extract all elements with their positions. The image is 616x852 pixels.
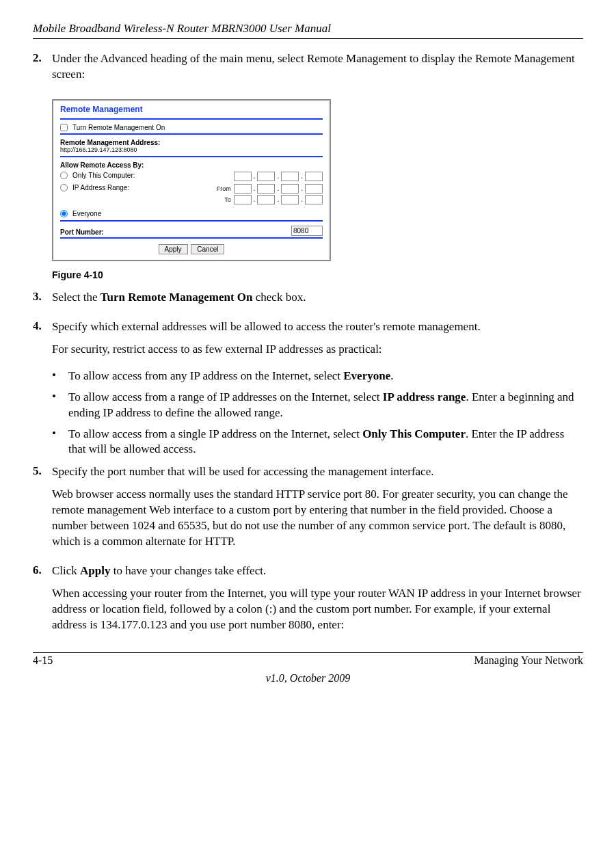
- ip-octet-input[interactable]: [281, 184, 299, 194]
- panel-divider: [60, 133, 323, 135]
- panel-divider: [60, 237, 323, 239]
- text-span: check box.: [253, 291, 306, 304]
- step-6: 6. Click Apply to have your changes take…: [33, 563, 583, 640]
- ip-octet-input[interactable]: [257, 195, 275, 204]
- ip-octet-input[interactable]: [281, 195, 299, 204]
- step-6-line2: When accessing your router from the Inte…: [52, 586, 583, 633]
- ip-octet-input[interactable]: [281, 172, 299, 181]
- port-label: Port Number:: [60, 228, 104, 236]
- step-number: 5.: [33, 464, 52, 557]
- allow-heading: Allow Remote Access By:: [60, 161, 323, 169]
- ip-octet-input[interactable]: [234, 195, 252, 204]
- ip-octet-input[interactable]: [234, 184, 252, 194]
- header-divider: [33, 38, 583, 39]
- step-2: 2. Under the Advanced heading of the mai…: [33, 51, 583, 90]
- figure-caption: Figure 4-10: [52, 269, 583, 280]
- step-2-text: Under the Advanced heading of the main m…: [52, 51, 583, 83]
- text-span: Select the: [52, 291, 101, 304]
- running-header: Mobile Broadband Wireless-N Router MBRN3…: [33, 22, 583, 36]
- only-this-row: Only This Computer: . . .: [60, 172, 323, 181]
- text-span: to have your changes take effect.: [111, 564, 267, 577]
- step-body: Specify which external addresses will be…: [52, 319, 583, 364]
- ip-octet-input[interactable]: [305, 172, 323, 181]
- step-3: 3. Select the Turn Remote Management On …: [33, 290, 583, 312]
- footer-row: 4-15 Managing Your Network: [33, 654, 583, 667]
- bold-term: IP address range: [383, 390, 466, 403]
- port-row: Port Number:: [60, 226, 323, 236]
- bullet-body: To allow access from a single IP address…: [68, 427, 583, 458]
- step-6-line1: Click Apply to have your changes take ef…: [52, 563, 583, 579]
- panel-button-row: Apply Cancel: [60, 244, 323, 254]
- ip-range-from-row: From . . .: [212, 184, 323, 194]
- bullet-body: To allow access from any IP address on t…: [68, 369, 583, 384]
- ip-dot: .: [276, 196, 280, 203]
- step-body: Specify the port number that will be use…: [52, 464, 583, 557]
- panel-title: Remote Management: [60, 105, 323, 117]
- ip-address-range-radio[interactable]: [60, 184, 68, 191]
- ip-dot: .: [300, 172, 304, 180]
- step-body: Select the Turn Remote Management On che…: [52, 290, 583, 312]
- ip-range-to-row: To . . .: [212, 195, 323, 204]
- ip-dot: .: [300, 196, 304, 203]
- cancel-button[interactable]: Cancel: [191, 244, 224, 254]
- step-number: 6.: [33, 563, 52, 640]
- footer-divider: [33, 652, 583, 653]
- section-title: Managing Your Network: [474, 654, 583, 667]
- bold-term: Apply: [80, 564, 110, 577]
- only-this-ip-row: . . .: [234, 172, 323, 181]
- step-4: 4. Specify which external addresses will…: [33, 319, 583, 364]
- ip-octet-input[interactable]: [257, 184, 275, 194]
- step-body: Click Apply to have your changes take ef…: [52, 563, 583, 640]
- ip-range-label: IP Address Range:: [72, 184, 129, 191]
- panel-divider: [60, 156, 323, 157]
- step-5-line1: Specify the port number that will be use…: [52, 464, 583, 480]
- panel-divider: [60, 220, 323, 222]
- ip-octet-input[interactable]: [305, 195, 323, 204]
- turn-remote-management-on-checkbox[interactable]: [60, 124, 68, 131]
- ip-dot: .: [276, 185, 280, 192]
- turn-on-label: Turn Remote Management On: [72, 124, 165, 131]
- apply-button[interactable]: Apply: [159, 244, 188, 254]
- step-5: 5. Specify the port number that will be …: [33, 464, 583, 557]
- ip-range-row: IP Address Range: From . . . To . . .: [60, 184, 323, 204]
- ip-dot: .: [300, 185, 304, 192]
- ip-octet-input[interactable]: [305, 184, 323, 194]
- everyone-row: Everyone: [60, 210, 323, 217]
- step-number: 2.: [33, 51, 52, 90]
- bullet-item: • To allow access from any IP address on…: [52, 369, 583, 384]
- bullet-body: To allow access from a range of IP addre…: [68, 390, 583, 421]
- bullet-item: • To allow access from a single IP addre…: [52, 427, 583, 458]
- text-span: .: [390, 369, 393, 382]
- step-number: 3.: [33, 290, 52, 312]
- text-span: Click: [52, 564, 80, 577]
- bold-term: Only This Computer: [362, 427, 466, 440]
- footer-version: v1.0, October 2009: [33, 672, 583, 684]
- ip-dot: .: [253, 196, 256, 203]
- to-label: To: [212, 196, 231, 203]
- from-label: From: [212, 185, 231, 192]
- step-body: Under the Advanced heading of the main m…: [52, 51, 583, 90]
- ip-octet-input[interactable]: [234, 172, 252, 181]
- step-5-line2: Web browser access normally uses the sta…: [52, 487, 583, 550]
- only-this-computer-radio[interactable]: [60, 172, 68, 179]
- bullet-marker: •: [52, 427, 68, 458]
- ip-octet-input[interactable]: [257, 172, 275, 181]
- text-span: To allow access from a single IP address…: [68, 427, 362, 440]
- bold-term: Turn Remote Management On: [101, 291, 253, 304]
- remote-management-panel: Remote Management Turn Remote Management…: [52, 99, 331, 261]
- everyone-label: Everyone: [72, 210, 101, 217]
- bullet-marker: •: [52, 390, 68, 421]
- step-4-line2: For security, restrict access to as few …: [52, 342, 583, 358]
- everyone-radio[interactable]: [60, 210, 68, 217]
- port-number-input[interactable]: [291, 226, 323, 236]
- text-span: To allow access from a range of IP addre…: [68, 390, 383, 403]
- step-3-text: Select the Turn Remote Management On che…: [52, 290, 583, 306]
- step-4-line1: Specify which external addresses will be…: [52, 319, 583, 335]
- address-heading: Remote Management Address:: [60, 139, 323, 146]
- address-value: http://166.129.147.123:8080: [60, 146, 323, 155]
- text-span: To allow access from any IP address on t…: [68, 369, 343, 382]
- ip-dot: .: [253, 172, 256, 180]
- bullet-marker: •: [52, 369, 68, 384]
- bullet-item: • To allow access from a range of IP add…: [52, 390, 583, 421]
- ip-dot: .: [253, 185, 256, 192]
